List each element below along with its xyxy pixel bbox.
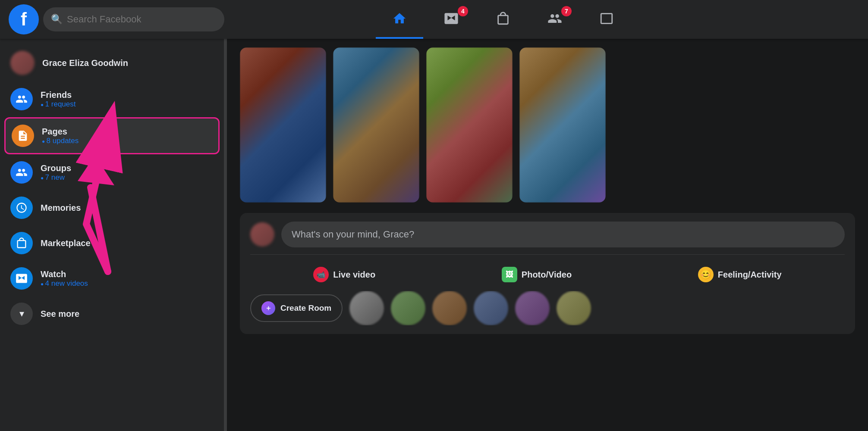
main-layout: Grace Eliza Goodwin Friends 1 request Pa… (0, 0, 868, 431)
sidebar: Grace Eliza Goodwin Friends 1 request Pa… (0, 39, 224, 431)
sidebar-item-watch-label: Watch (41, 269, 88, 279)
main-feed: What's on your mind, Grace? 📹 Live video… (227, 39, 868, 431)
post-divider (250, 254, 845, 255)
story-card-3[interactable] (426, 47, 513, 203)
sidebar-item-friends-text: Friends 1 request (41, 90, 75, 109)
feeling-activity-label: Feeling/Activity (718, 270, 782, 280)
create-room-row: ＋ Create Room (250, 291, 845, 325)
post-placeholder: What's on your mind, Grace? (292, 229, 414, 240)
groups-icon (547, 11, 562, 26)
marketplace-icon (496, 11, 510, 26)
story-card-4[interactable] (519, 47, 606, 203)
friend-avatar-4[interactable] (474, 291, 508, 325)
sidebar-item-pages-sub: 8 updates (42, 137, 79, 145)
search-icon: 🔍 (51, 14, 63, 25)
see-more-label: See more (41, 309, 79, 319)
post-box-top: What's on your mind, Grace? (250, 222, 845, 247)
photo-video-icon: 🖼 (502, 267, 517, 282)
watch-badge: 4 (458, 6, 468, 16)
story-image-2 (333, 47, 419, 203)
story-card-2[interactable] (333, 47, 419, 203)
sidebar-item-watch[interactable]: Watch 4 new videos (4, 261, 220, 296)
nav-home-button[interactable] (376, 0, 423, 39)
sidebar-item-marketplace-text: Marketplace (41, 238, 91, 248)
nav-watch-button[interactable]: 4 (428, 0, 475, 39)
create-room-label: Create Room (280, 303, 331, 313)
sidebar-item-watch-text: Watch 4 new videos (41, 269, 88, 288)
see-more-button[interactable]: ▾ See more (4, 297, 220, 331)
search-input[interactable] (67, 14, 217, 25)
marketplace-sidebar-icon (10, 232, 33, 254)
friend-avatar-1[interactable] (349, 291, 384, 325)
live-video-icon: 📹 (313, 267, 329, 282)
navbar-center: 4 7 (233, 0, 773, 39)
facebook-logo[interactable]: f (9, 4, 39, 34)
nav-gaming-button[interactable] (583, 0, 630, 39)
post-actions: 📹 Live video 🖼 Photo/Video 😊 Feeling/Act… (250, 259, 845, 287)
groups-badge: 7 (561, 6, 572, 16)
sidebar-item-watch-sub: 4 new videos (41, 279, 88, 288)
photo-video-label: Photo/Video (522, 270, 572, 280)
friend-avatar-5[interactable] (515, 291, 550, 325)
sidebar-item-friends-label: Friends (41, 90, 75, 100)
sidebar-item-memories-text: Memories (41, 203, 81, 213)
sidebar-item-memories-label: Memories (41, 203, 81, 213)
sidebar-item-pages-label: Pages (42, 127, 79, 137)
create-room-button[interactable]: ＋ Create Room (250, 294, 343, 322)
photo-video-button[interactable]: 🖼 Photo/Video (493, 262, 580, 287)
navbar: f 🔍 4 7 (0, 0, 868, 39)
feeling-activity-icon: 😊 (698, 267, 714, 282)
create-room-icon: ＋ (261, 301, 275, 315)
story-image-3 (426, 47, 513, 203)
friend-avatar-6[interactable] (557, 291, 591, 325)
nav-marketplace-button[interactable] (479, 0, 527, 39)
sidebar-item-friends-sub: 1 request (41, 100, 75, 109)
chevron-down-icon: ▾ (10, 303, 33, 325)
pages-icon (12, 125, 34, 147)
friend-avatar-3[interactable] (432, 291, 467, 325)
live-video-label: Live video (333, 270, 375, 280)
friends-icon (10, 88, 33, 110)
sidebar-item-pages[interactable]: Pages 8 updates (4, 117, 220, 154)
sidebar-item-pages-text: Pages 8 updates (42, 127, 79, 145)
sidebar-item-groups-text: Groups 7 new (41, 163, 71, 182)
nav-groups-button[interactable]: 7 (531, 0, 579, 39)
stories-row (240, 47, 855, 203)
search-bar[interactable]: 🔍 (43, 7, 224, 31)
live-video-button[interactable]: 📹 Live video (305, 262, 384, 287)
groups-sidebar-icon (10, 161, 33, 184)
sidebar-item-memories[interactable]: Memories (4, 191, 220, 225)
memories-icon (10, 197, 33, 219)
user-name: Grace Eliza Goodwin (42, 58, 128, 68)
sidebar-item-marketplace[interactable]: Marketplace (4, 226, 220, 260)
sidebar-item-groups[interactable]: Groups 7 new (4, 155, 220, 190)
post-avatar (250, 222, 274, 247)
post-input[interactable]: What's on your mind, Grace? (281, 222, 845, 247)
post-box: What's on your mind, Grace? 📹 Live video… (240, 213, 855, 334)
story-image-4 (519, 47, 606, 203)
friend-avatar-2[interactable] (391, 291, 425, 325)
sidebar-item-marketplace-label: Marketplace (41, 238, 91, 248)
navbar-left: f 🔍 (9, 4, 233, 34)
gaming-icon (599, 11, 614, 26)
home-icon (392, 11, 407, 26)
watch-sidebar-icon (10, 267, 33, 290)
story-image-1 (240, 47, 326, 203)
feeling-activity-button[interactable]: 😊 Feeling/Activity (689, 262, 790, 287)
sidebar-item-groups-label: Groups (41, 163, 71, 173)
sidebar-item-groups-sub: 7 new (41, 173, 71, 182)
sidebar-user-item[interactable]: Grace Eliza Goodwin (4, 46, 220, 80)
story-card-1[interactable] (240, 47, 326, 203)
watch-icon (444, 11, 459, 26)
sidebar-item-friends[interactable]: Friends 1 request (4, 82, 220, 116)
avatar (10, 51, 35, 75)
